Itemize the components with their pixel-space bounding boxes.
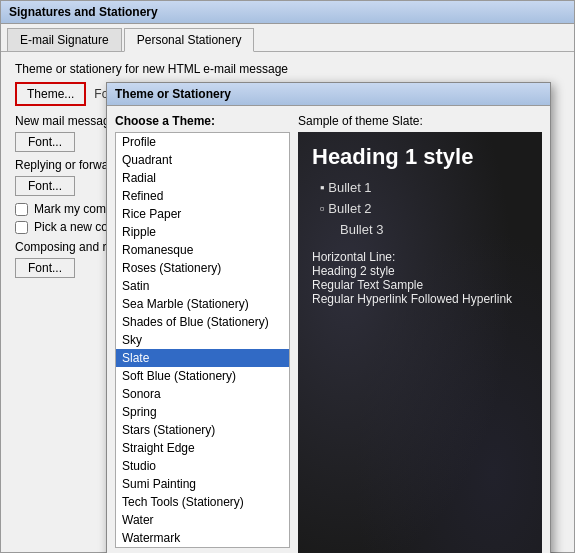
- theme-list-item[interactable]: Stars (Stationery): [116, 421, 289, 439]
- preview-bullets: Bullet 1 Bullet 2 Bullet 3: [312, 178, 528, 240]
- inner-title: Theme or Stationery: [115, 87, 231, 101]
- bullet-3: Bullet 3: [320, 220, 528, 241]
- preview-h1: Heading 1 style: [312, 144, 528, 170]
- theme-list-item[interactable]: Water: [116, 511, 289, 529]
- mark-comments-checkbox[interactable]: [15, 203, 28, 216]
- preview-box: Heading 1 style Bullet 1 Bullet 2 Bullet…: [298, 132, 542, 553]
- outer-title-bar: Signatures and Stationery: [1, 1, 574, 24]
- theme-list-item[interactable]: Soft Blue (Stationery): [116, 367, 289, 385]
- font-button-reply[interactable]: Font...: [15, 176, 75, 196]
- theme-stationery-dialog: Theme or Stationery Choose a Theme: Prof…: [106, 82, 551, 553]
- theme-chooser: Choose a Theme: ProfileQuadrantRadialRef…: [115, 114, 290, 553]
- theme-list-item[interactable]: Rice Paper: [116, 205, 289, 223]
- theme-list-item[interactable]: Sea Marble (Stationery): [116, 295, 289, 313]
- theme-list-item[interactable]: Shades of Blue (Stationery): [116, 313, 289, 331]
- theme-list-item[interactable]: Refined: [116, 187, 289, 205]
- theme-list-item[interactable]: Watermark: [116, 529, 289, 547]
- preview-visited-link: Followed Hyperlink: [411, 292, 512, 306]
- theme-list-item[interactable]: Straight Edge: [116, 439, 289, 457]
- theme-list-item[interactable]: Tech Tools (Stationery): [116, 493, 289, 511]
- signatures-stationery-dialog: Signatures and Stationery E-mail Signatu…: [0, 0, 575, 553]
- theme-list-item[interactable]: Sky: [116, 331, 289, 349]
- inner-title-bar: Theme or Stationery: [107, 83, 550, 106]
- theme-list-item[interactable]: Slate: [116, 349, 289, 367]
- theme-list-item[interactable]: Sonora: [116, 385, 289, 403]
- theme-list-container: ProfileQuadrantRadialRefinedRice PaperRi…: [115, 132, 290, 548]
- theme-preview: Sample of theme Slate: Heading 1 style B…: [298, 114, 542, 553]
- bullet-2: Bullet 2: [320, 199, 528, 220]
- theme-list-item[interactable]: Spring: [116, 403, 289, 421]
- theme-button[interactable]: Theme...: [15, 82, 86, 106]
- theme-list-item[interactable]: Quadrant: [116, 151, 289, 169]
- theme-list-item[interactable]: Ripple: [116, 223, 289, 241]
- theme-list-item[interactable]: Roses (Stationery): [116, 259, 289, 277]
- font-button-new[interactable]: Font...: [15, 132, 75, 152]
- font-button-plain[interactable]: Font...: [15, 258, 75, 278]
- outer-content: Theme or stationery for new HTML e-mail …: [1, 52, 574, 552]
- bullet-1: Bullet 1: [320, 178, 528, 199]
- tab-personal-stationery[interactable]: Personal Stationery: [124, 28, 255, 52]
- preview-label: Sample of theme Slate:: [298, 114, 542, 128]
- theme-list-item[interactable]: Romanesque: [116, 241, 289, 259]
- outer-title: Signatures and Stationery: [9, 5, 158, 19]
- inner-content: Choose a Theme: ProfileQuadrantRadialRef…: [107, 106, 550, 553]
- theme-list-item[interactable]: Satin: [116, 277, 289, 295]
- preview-regular: Regular Text Sample: [312, 278, 528, 292]
- preview-h2: Heading 2 style: [312, 264, 528, 278]
- theme-list-item[interactable]: Studio: [116, 457, 289, 475]
- theme-list[interactable]: ProfileQuadrantRadialRefinedRice PaperRi…: [116, 133, 289, 547]
- stationery-label: Theme or stationery for new HTML e-mail …: [15, 62, 560, 76]
- theme-list-item[interactable]: Radial: [116, 169, 289, 187]
- tab-email-signature[interactable]: E-mail Signature: [7, 28, 122, 51]
- theme-list-item[interactable]: Profile: [116, 133, 289, 151]
- choose-label: Choose a Theme:: [115, 114, 290, 128]
- theme-list-item[interactable]: Sumi Painting: [116, 475, 289, 493]
- preview-hrline: Horizontal Line:: [312, 250, 528, 264]
- tab-bar: E-mail Signature Personal Stationery: [1, 24, 574, 52]
- pick-color-checkbox[interactable]: [15, 221, 28, 234]
- preview-hyperlink: Regular Hyperlink: [312, 292, 407, 306]
